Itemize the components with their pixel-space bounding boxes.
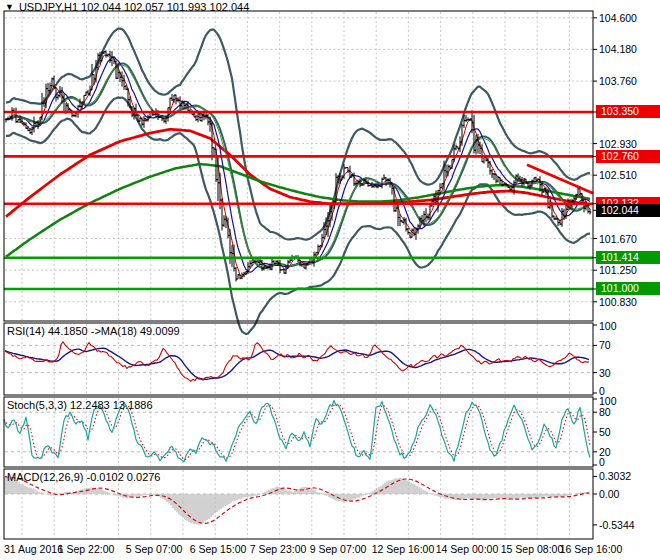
macd-axis-tick: 0.00 bbox=[599, 488, 619, 500]
price-axis-tick: 102.510 bbox=[599, 169, 637, 181]
price-axis-tick: 101.670 bbox=[599, 233, 637, 245]
price-axis-tick: 100.830 bbox=[599, 296, 637, 308]
price-axis-tick: 103.760 bbox=[599, 75, 637, 87]
stoch-indicator-label: Stoch(5,3,3) 12.2483 13.1886 bbox=[7, 399, 153, 411]
stoch-axis-tick: 100 bbox=[599, 395, 617, 407]
price-axis-tick: 104.600 bbox=[599, 12, 637, 24]
macd-indicator-label: MACD(12,26,9) -0.0102 0.0276 bbox=[7, 471, 160, 483]
time-axis-label: 31 Aug 2016 bbox=[4, 543, 63, 555]
macd-axis-tick: 0.3032 bbox=[599, 470, 631, 482]
time-axis-label: 9 Sep 07:00 bbox=[310, 543, 367, 555]
chart-title: ▼USDJPY,H1 102.044 102.057 101.993 102.0… bbox=[5, 1, 249, 13]
time-axis-label: 16 Sep 16:00 bbox=[560, 543, 622, 555]
time-axis-label: 5 Sep 07:00 bbox=[126, 543, 183, 555]
time-axis-label: 15 Sep 08:00 bbox=[501, 543, 563, 555]
price-level-badge: 102.760 bbox=[596, 150, 660, 163]
ohlc-quote-line: USDJPY,H1 102.044 102.057 101.993 102.04… bbox=[19, 1, 249, 13]
stoch-axis-tick: 50 bbox=[599, 426, 611, 438]
time-axis-label: 14 Sep 00:00 bbox=[436, 543, 498, 555]
stoch-axis-tick: 80 bbox=[599, 406, 611, 418]
rsi-axis-tick: 100 bbox=[599, 320, 617, 332]
chart-window: ▼USDJPY,H1 102.044 102.057 101.993 102.0… bbox=[0, 0, 660, 560]
stoch-axis-tick: 0 bbox=[599, 456, 605, 468]
price-axis-tick: 104.180 bbox=[599, 43, 637, 55]
rsi-axis-tick: 70 bbox=[599, 339, 611, 351]
time-axis-label: 12 Sep 16:00 bbox=[372, 543, 434, 555]
price-level-badge: 101.414 bbox=[596, 251, 660, 264]
time-axis-label: 1 Sep 22:00 bbox=[58, 543, 115, 555]
price-axis-tick: 102.930 bbox=[599, 138, 637, 150]
price-level-badge: 101.000 bbox=[596, 282, 660, 295]
macd-axis-tick: -0.5344 bbox=[599, 519, 635, 531]
rsi-axis-tick: 30 bbox=[599, 367, 611, 379]
price-axis-tick: 101.250 bbox=[599, 264, 637, 276]
time-axis-label: 7 Sep 23:00 bbox=[250, 543, 307, 555]
rsi-indicator-label: RSI(14) 44.1850 ->MA(18) 49.0099 bbox=[7, 325, 180, 337]
time-axis-label: 6 Sep 15:00 bbox=[190, 543, 247, 555]
price-level-badge: 103.350 bbox=[596, 105, 660, 118]
current-price-badge: 102.044 bbox=[596, 204, 660, 217]
symbol-dropdown-arrow[interactable]: ▼ bbox=[5, 2, 14, 12]
